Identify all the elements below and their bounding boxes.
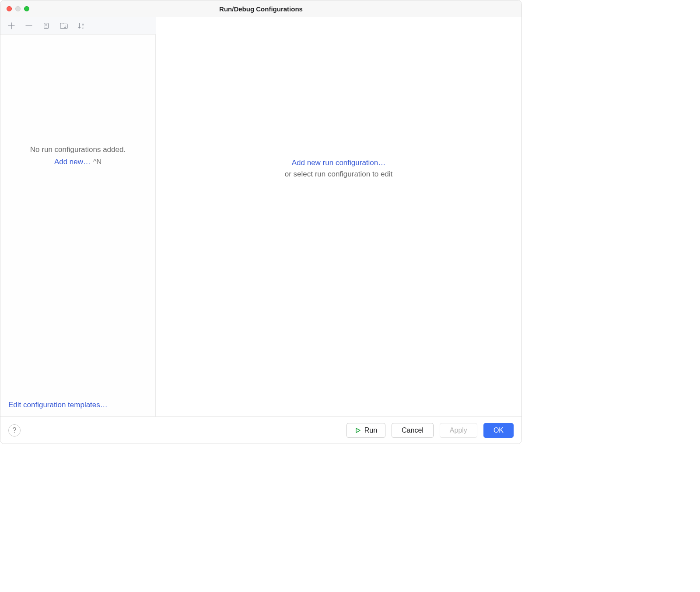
edit-templates-link[interactable]: Edit configuration templates… [0,395,155,416]
sidebar-empty-message: No run configurations added. [30,145,126,154]
ok-button-label: OK [494,426,504,434]
help-icon: ? [13,426,17,434]
config-sidebar: No run configurations added. Add new… ^N… [0,35,156,416]
main-panel: Add new run configuration… or select run… [156,0,522,416]
apply-button-label: Apply [450,426,467,434]
run-button-label: Run [364,426,377,434]
window-title: Run/Debug Configurations [0,5,522,13]
play-icon [355,427,361,433]
sidebar-empty-state: No run configurations added. Add new… ^N [0,0,155,395]
cancel-button[interactable]: Cancel [392,423,434,438]
titlebar[interactable]: Run/Debug Configurations [0,0,522,17]
help-button[interactable]: ? [8,424,21,437]
minimize-window-button[interactable] [15,6,21,11]
run-button[interactable]: Run [346,423,385,438]
zoom-window-button[interactable] [24,6,29,11]
cancel-button-label: Cancel [402,426,424,434]
main-subtext: or select run configuration to edit [285,170,393,179]
window-controls [0,6,29,11]
sidebar-add-new-shortcut: ^N [93,158,102,166]
close-window-button[interactable] [7,6,12,11]
run-debug-config-dialog: Run/Debug Configurations az No run co [0,0,522,444]
dialog-footer: ? Run Cancel Apply OK [0,416,522,444]
apply-button: Apply [440,423,477,438]
sidebar-add-new-link[interactable]: Add new… [54,158,91,166]
ok-button[interactable]: OK [483,423,514,438]
main-add-new-link[interactable]: Add new run configuration… [292,159,386,167]
